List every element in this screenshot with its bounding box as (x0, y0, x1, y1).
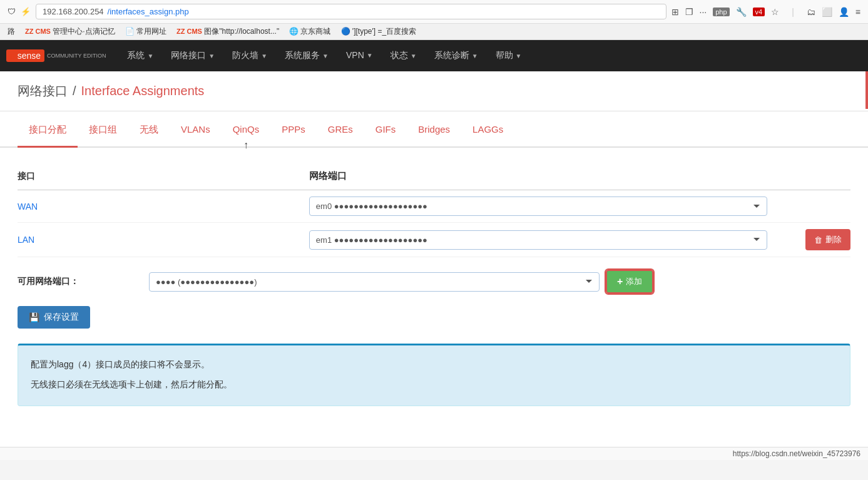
menu-icon[interactable]: ≡ (855, 7, 860, 17)
wan-action-cell (767, 190, 850, 223)
bookmark-jd[interactable]: 🌐 京东商城 (289, 26, 330, 37)
nav-label-help: 帮助 (496, 50, 513, 61)
trash-icon: 🗑 (814, 235, 822, 245)
save-label: 保存设置 (44, 312, 79, 323)
shield-icon: 🛡 (8, 7, 16, 16)
nav-arrow-interfaces: ▼ (208, 53, 215, 59)
nav-arrow-firewall: ▼ (261, 53, 267, 59)
nav-link-firewall[interactable]: 防火墙 ▼ (223, 40, 276, 71)
lan-action-cell: 🗑 删除 (767, 223, 850, 257)
tab-vlans[interactable]: VLANs (170, 113, 222, 148)
grid-icon[interactable]: ⊞ (671, 7, 679, 17)
info-line-2: 无线接口必须在无线选项卡上创建，然后才能分配。 (31, 375, 837, 393)
add-label: 添加 (626, 276, 642, 287)
nav-arrow-vpn: ▼ (367, 52, 373, 59)
tab-interfaces[interactable]: 接口分配 (18, 113, 78, 148)
star-icon[interactable]: ☆ (771, 7, 779, 17)
cursor-icon: ↑ (243, 140, 248, 151)
nav-item-services[interactable]: 系统服务 ▼ (276, 40, 337, 71)
add-interface-button[interactable]: + 添加 (606, 270, 653, 294)
save-button[interactable]: 💾 保存设置 (18, 306, 90, 329)
bookmark-common[interactable]: 📄 常用网址 (125, 26, 166, 37)
delete-lan-button[interactable]: 🗑 删除 (805, 229, 850, 250)
tab-gifs[interactable]: GIFs (364, 113, 407, 148)
nav-link-help[interactable]: 帮助 ▼ (487, 40, 531, 71)
page-title: Interface Assignments (81, 84, 205, 98)
nav-item-firewall[interactable]: 防火墙 ▼ (223, 40, 276, 71)
nav-arrow-diagnostics: ▼ (472, 53, 478, 59)
nav-label-vpn: VPN (346, 50, 364, 60)
navbar-logo: pfsense COMMUNITY EDITION (6, 49, 106, 62)
main-area: 接口 网络端口 WAN em0 ●●●●●●●●●●●●●●●●●●● (0, 148, 868, 424)
nav-label-firewall: 防火墙 (232, 50, 258, 61)
nav-label-diagnostics: 系统诊断 (434, 50, 469, 61)
browser-toolbar: ⊞ ❐ ··· php 🔧 v4 ☆ | 🗂 ⬜ 👤 ≡ (671, 7, 860, 17)
tab-bridges[interactable]: Bridges (407, 113, 461, 148)
nav-item-interfaces[interactable]: 网络接口 ▼ (162, 40, 223, 71)
logo-box: pfsense (6, 49, 44, 62)
nav-link-status[interactable]: 状态 ▼ (382, 40, 426, 71)
nav-link-system[interactable]: 系统 ▼ (118, 40, 162, 71)
account-icon[interactable]: 👤 (839, 7, 849, 17)
interface-link-lan[interactable]: LAN (18, 235, 34, 245)
wan-port-select[interactable]: em0 ●●●●●●●●●●●●●●●●●●● (309, 197, 767, 216)
tab-wireless[interactable]: 无线 (128, 113, 170, 148)
tab-ifgroups[interactable]: 接口组 (78, 113, 128, 148)
tab-laggs[interactable]: LAGGs (461, 113, 514, 148)
plus-icon: + (617, 276, 623, 287)
available-port-label: 可用网络端口： (18, 276, 143, 287)
logo-sub-text: COMMUNITY EDITION (47, 53, 106, 59)
navbar: pfsense COMMUNITY EDITION 系统 ▼ 网络接口 ▼ 防火… (0, 40, 868, 71)
tab-ppps[interactable]: PPPs (270, 113, 317, 148)
nav-label-system: 系统 (127, 50, 145, 61)
tabs-container: 接口分配 接口组 无线 VLANs QinQs ↑ PPPs GREs GIFs… (0, 111, 868, 148)
table-row-lan: LAN em1 ●●●●●●●●●●●●●●●●●●● 🗑 删除 (18, 223, 850, 257)
lan-port-cell: em1 ●●●●●●●●●●●●●●●●●●● (309, 223, 767, 257)
va-badge: v4 (753, 8, 765, 16)
browser-bar: 🛡 ⚡ 192.168.200.254 /interfaces_assign.p… (0, 0, 868, 24)
bookmark-cms1[interactable]: ZZ CMS 管理中心·点滴记忆 (25, 26, 115, 37)
nav-item-diagnostics[interactable]: 系统诊断 ▼ (426, 40, 487, 71)
delete-label: 删除 (825, 234, 842, 245)
bookmark-baidu[interactable]: 🔵 '][type'] =_百度搜索 (341, 26, 417, 37)
logo-pf-text: pf (10, 51, 18, 61)
nav-label-status: 状态 (391, 50, 408, 61)
breadcrumb: 网络接口 (18, 83, 68, 100)
nav-item-help[interactable]: 帮助 ▼ (487, 40, 531, 71)
lan-port-select[interactable]: em1 ●●●●●●●●●●●●●●●●●●● (309, 230, 767, 250)
separator: | (792, 7, 794, 17)
nav-item-vpn[interactable]: VPN ▼ (337, 40, 382, 71)
available-port-select-wrap: ●●●● (●●●●●●●●●●●●●●●) (149, 272, 600, 292)
status-bar: https://blog.csdn.net/weixin_45723976 (0, 447, 868, 460)
bookmark-item[interactable]: 路 (8, 26, 15, 37)
interface-link-wan[interactable]: WAN (18, 202, 38, 212)
available-port-select[interactable]: ●●●● (●●●●●●●●●●●●●●●) (149, 272, 600, 292)
tab-icon[interactable]: ⬜ (822, 7, 832, 17)
bookmark-cms2[interactable]: ZZ CMS 图像"http://localhost..." (176, 26, 279, 37)
tab-gres[interactable]: GREs (317, 113, 364, 148)
nav-link-diagnostics[interactable]: 系统诊断 ▼ (426, 40, 487, 71)
library-icon[interactable]: 🗂 (807, 7, 815, 17)
interface-label-lan: LAN (18, 223, 309, 257)
copy-icon[interactable]: ❐ (685, 7, 693, 17)
nav-label-interfaces: 网络接口 (171, 50, 206, 61)
tab-qinqs[interactable]: QinQs ↑ (222, 113, 271, 148)
nav-arrow-services: ▼ (322, 53, 329, 59)
more-icon[interactable]: ··· (700, 7, 707, 17)
wan-port-cell: em0 ●●●●●●●●●●●●●●●●●●● (309, 190, 767, 223)
nav-link-vpn[interactable]: VPN ▼ (337, 40, 382, 70)
tool-icon[interactable]: 🔧 (736, 7, 747, 17)
col-header-action (767, 165, 850, 190)
table-row-wan: WAN em0 ●●●●●●●●●●●●●●●●●●● (18, 190, 850, 223)
available-port-row: 可用网络端口： ●●●● (●●●●●●●●●●●●●●●) + 添加 (18, 270, 850, 294)
url-bar[interactable]: 192.168.200.254 /interfaces_assign.php (36, 4, 666, 19)
nav-item-system[interactable]: 系统 ▼ (118, 40, 162, 71)
interface-label-wan: WAN (18, 190, 309, 223)
breadcrumb-separator: / (73, 84, 76, 98)
php-badge: php (713, 8, 729, 16)
nav-link-interfaces[interactable]: 网络接口 ▼ (162, 40, 223, 71)
url-domain: 192.168.200.254 (43, 7, 104, 16)
nav-item-status[interactable]: 状态 ▼ (382, 40, 426, 71)
nav-link-services[interactable]: 系统服务 ▼ (276, 40, 337, 71)
info-box: 配置为lagg（4）接口成员的接口将不会显示。 无线接口必须在无线选项卡上创建，… (18, 344, 850, 406)
